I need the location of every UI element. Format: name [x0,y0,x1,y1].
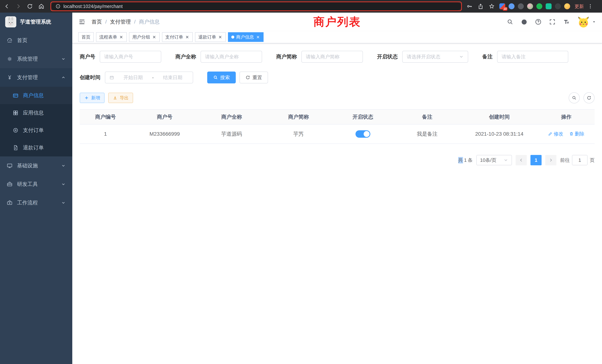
sidebar-item-label: 支付订单 [23,127,44,134]
site-info-icon[interactable] [56,4,60,9]
remark-label: 备注 [482,53,493,60]
extension-icon[interactable] [527,3,533,9]
search-button[interactable]: 搜索 [207,72,236,83]
user-avatar[interactable] [577,16,596,28]
help-icon[interactable] [535,19,542,25]
bookmark-star-icon[interactable] [489,3,495,10]
sidebar-item-workflow[interactable]: 工作流程 [0,193,72,212]
status-label: 开启状态 [377,53,398,60]
tab-user-group[interactable]: 用户分组 [129,32,160,42]
export-button[interactable]: 导出 [108,93,133,103]
export-button-label: 导出 [120,95,129,101]
target-icon [13,127,19,133]
page-unit-label: 页 [590,157,595,163]
full-name-input-wrap [201,51,262,63]
remark-input[interactable] [502,51,564,62]
add-button[interactable]: 新增 [80,93,105,103]
reload-icon[interactable] [27,3,33,10]
full-name-input[interactable] [205,51,258,62]
refresh-table-button[interactable] [583,92,595,103]
sidebar-item-refund-order[interactable]: 退款订单 [0,139,72,156]
dashboard-icon [7,37,13,43]
cell-full-name: 芋道源码 [198,124,265,144]
tab-process-form[interactable]: 流程表单 [96,32,127,42]
prev-page-button[interactable] [516,155,527,165]
breadcrumb-payment[interactable]: 支付管理 [110,18,131,25]
chevron-down-icon [503,158,508,162]
close-icon[interactable] [119,35,123,39]
tab-pay-order[interactable]: 支付订单 [162,32,193,42]
breadcrumb-home[interactable]: 首页 [92,18,102,25]
hamburger-icon[interactable] [78,18,86,26]
short-name-input[interactable] [306,51,358,62]
page-number-button[interactable]: 1 [530,155,542,165]
github-icon[interactable] [521,19,527,25]
search-icon[interactable] [507,19,513,25]
extension-icon[interactable] [555,3,561,9]
address-bar[interactable]: localhost:1024/pay/merchant [51,2,461,10]
next-page-button[interactable] [545,155,556,165]
page-size-value: 10条/页 [480,157,496,163]
extension-icon[interactable]: 10 [499,3,505,9]
home-icon[interactable] [38,3,44,10]
col-create-time: 创建时间 [461,109,538,124]
pagination: 共 1 条 10条/页 1 前 [80,155,595,165]
tab-home[interactable]: 首页 [78,32,94,42]
sidebar-item-merchant-info[interactable]: 商户信息 [0,87,72,104]
app-title: 芋道管理系统 [20,18,51,25]
refresh-icon [245,75,250,80]
merchant-no-input-wrap [100,51,161,63]
toggle-search-button[interactable] [569,92,580,103]
screen: localhost:1024/pay/merchant 10 更新 [0,0,602,364]
extension-icon[interactable] [509,3,515,9]
close-icon[interactable] [218,35,222,39]
back-icon[interactable] [4,3,10,10]
tab-refund-order[interactable]: 退款订单 [195,32,226,42]
logo-image [5,16,16,27]
col-status: 开启状态 [332,109,394,124]
sidebar-item-system[interactable]: 系统管理 [0,50,72,68]
tab-merchant-info[interactable]: 商户信息 [228,32,264,42]
sidebar-item-payment[interactable]: 支付管理 [0,68,72,87]
close-icon[interactable] [185,35,189,39]
font-size-icon[interactable] [563,19,570,25]
sidebar-item-devtools[interactable]: 研发工具 [0,175,72,193]
chevron-right-icon [549,158,553,162]
profile-avatar-icon[interactable] [564,3,570,9]
extension-icon[interactable] [546,3,552,9]
share-icon[interactable] [477,3,484,10]
page-size-select[interactable]: 10条/页 [476,155,512,165]
sidebar-item-home[interactable]: 首页 [0,31,72,50]
date-range-picker[interactable]: 开始日期 - 结束日期 [105,72,193,83]
breadcrumb-separator: / [105,19,107,25]
sidebar-item-app-info[interactable]: 应用信息 [0,104,72,122]
goto-page-input[interactable] [572,155,588,165]
delete-button-label: 删除 [575,131,584,137]
sidebar-item-pay-order[interactable]: 支付订单 [0,122,72,139]
browser-menu-icon[interactable] [588,3,593,9]
merchant-no-input[interactable] [104,51,157,62]
extension-icon[interactable] [518,3,524,9]
chrome-update-button[interactable]: 更新 [575,3,584,10]
sidebar-item-infra[interactable]: 基础设施 [0,156,72,175]
close-icon[interactable] [152,35,156,39]
fullscreen-icon[interactable] [549,19,556,25]
extension-icon[interactable] [536,3,542,9]
close-icon[interactable] [256,35,260,39]
app-logo[interactable]: 芋道管理系统 [0,13,72,31]
short-name-label: 商户简称 [276,53,297,60]
status-toggle[interactable] [355,130,370,138]
search-button-label: 搜索 [220,74,230,81]
remark-input-wrap [497,51,568,63]
status-select[interactable]: 请选择开启状态 [402,51,468,63]
password-key-icon[interactable] [466,3,473,10]
table-header-row: 商户编号 商户号 商户全称 商户简称 开启状态 备注 创建时间 操作 [80,109,595,124]
add-button-label: 新增 [91,95,100,101]
reset-button[interactable]: 重置 [239,72,268,83]
date-start-placeholder: 开始日期 [117,74,149,81]
edit-button[interactable]: 修改 [548,131,563,137]
url-text: localhost:1024/pay/merchant [63,4,123,9]
col-merchant-no: 商户号 [131,109,198,124]
delete-button[interactable]: 删除 [569,131,584,137]
forward-icon[interactable] [15,3,22,10]
